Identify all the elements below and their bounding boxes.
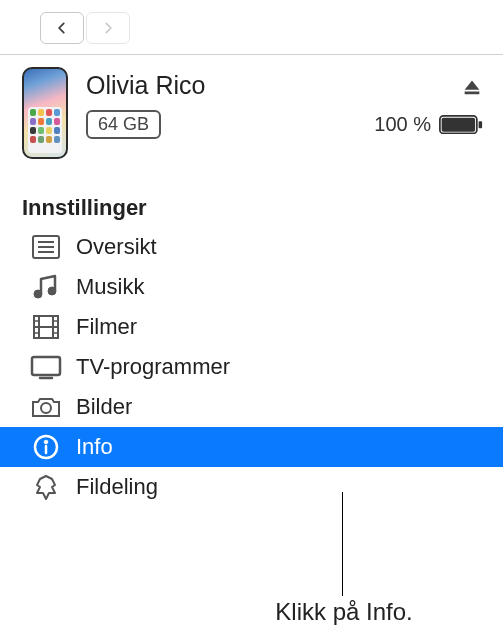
music-icon	[30, 273, 62, 301]
battery-status: 100 %	[374, 113, 483, 136]
device-header: Olivia Rico 64 GB 100 %	[0, 55, 503, 165]
battery-percent-text: 100 %	[374, 113, 431, 136]
eject-button[interactable]	[461, 75, 483, 97]
tv-icon	[30, 353, 62, 381]
svg-rect-3	[479, 121, 483, 128]
sidebar-item-bilder[interactable]: Bilder	[0, 387, 503, 427]
svg-point-20	[41, 403, 51, 413]
storage-badge: 64 GB	[86, 110, 161, 139]
sidebar-item-musikk[interactable]: Musikk	[0, 267, 503, 307]
apps-icon	[30, 473, 62, 501]
callout-line	[342, 492, 343, 596]
sidebar-item-label: Musikk	[76, 274, 144, 300]
sidebar-item-fildeling[interactable]: Fildeling	[0, 467, 503, 507]
sidebar-list: OversiktMusikkFilmerTV-programmerBilderI…	[0, 227, 503, 507]
sidebar-item-label: TV-programmer	[76, 354, 230, 380]
sidebar-item-label: Oversikt	[76, 234, 157, 260]
svg-rect-18	[32, 357, 60, 375]
info-icon	[30, 433, 62, 461]
film-icon	[30, 313, 62, 341]
sidebar-item-oversikt[interactable]: Oversikt	[0, 227, 503, 267]
forward-button[interactable]	[86, 12, 130, 44]
battery-icon	[439, 115, 483, 135]
list-icon	[30, 233, 62, 261]
back-button[interactable]	[40, 12, 84, 44]
sidebar-item-tv-programmer[interactable]: TV-programmer	[0, 347, 503, 387]
callout-text: Klikk på Info.	[184, 598, 503, 626]
svg-rect-0	[465, 91, 480, 94]
sidebar-item-label: Info	[76, 434, 113, 460]
svg-point-8	[34, 290, 42, 298]
toolbar	[0, 0, 503, 55]
svg-rect-2	[442, 117, 475, 131]
svg-point-22	[44, 440, 48, 444]
sidebar-item-label: Fildeling	[76, 474, 158, 500]
sidebar-item-filmer[interactable]: Filmer	[0, 307, 503, 347]
camera-icon	[30, 393, 62, 421]
sidebar-item-info[interactable]: Info	[0, 427, 503, 467]
sidebar-item-label: Bilder	[76, 394, 132, 420]
device-thumbnail	[22, 67, 68, 159]
section-title: Innstillinger	[0, 165, 503, 227]
sidebar-item-label: Filmer	[76, 314, 137, 340]
device-name: Olivia Rico	[86, 71, 205, 100]
svg-point-9	[48, 287, 56, 295]
